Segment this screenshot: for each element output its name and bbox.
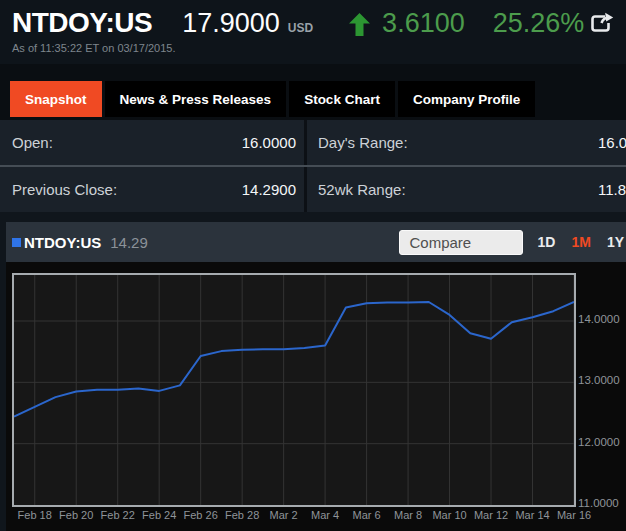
x-axis-label-mar-8: Mar 8	[394, 509, 422, 521]
x-axis-label-feb-20: Feb 20	[59, 509, 93, 521]
legend-symbol: NTDOY:US	[24, 234, 101, 251]
tab-bar: SnapshotNews & Press ReleasesStock Chart…	[10, 81, 535, 117]
quote-label-52wk-range: 52wk Range:	[318, 167, 406, 212]
quote-value-open: 16.0000	[150, 120, 296, 165]
x-axis-label-mar-14: Mar 14	[515, 509, 549, 521]
x-axis-label-feb-26: Feb 26	[184, 509, 218, 521]
price-chart-plot[interactable]	[12, 273, 576, 507]
as-of-timestamp: As of 11:35:22 ET on 03/17/2015.	[12, 42, 176, 54]
quote-row-open: Open:16.0000Day's Range:16.0	[0, 120, 626, 165]
quote-label-open: Open:	[12, 120, 53, 165]
compare-button[interactable]: Compare	[399, 230, 523, 255]
quote-value-day-s-range: 16.0	[598, 120, 626, 165]
chart-module: Feb 18Feb 20Feb 22Feb 24Feb 26Feb 28Mar …	[6, 262, 626, 531]
legend-swatch-icon	[12, 238, 21, 247]
x-axis-label-feb-28: Feb 28	[225, 509, 259, 521]
stock-quote-page: NTDOY:US 17.9000 USD 3.6100 25.26% As of…	[0, 0, 626, 531]
range-button-1y[interactable]: 1Y	[607, 234, 624, 250]
x-axis-label-mar-10: Mar 10	[432, 509, 466, 521]
x-axis-label-mar-2: Mar 2	[270, 509, 298, 521]
tab-company-profile[interactable]: Company Profile	[398, 81, 535, 117]
up-arrow-icon	[349, 13, 370, 40]
quote-header: NTDOY:US 17.9000 USD 3.6100 25.26% As of…	[0, 0, 626, 64]
x-axis-label-mar-6: Mar 6	[353, 509, 381, 521]
share-button[interactable]	[590, 12, 614, 34]
quote-value-previous-close: 14.2900	[150, 167, 296, 212]
quote-label-day-s-range: Day's Range:	[318, 120, 408, 165]
last-price: 17.9000	[182, 8, 280, 39]
tab-stock-chart[interactable]: Stock Chart	[289, 81, 395, 117]
x-axis-label-feb-22: Feb 22	[101, 509, 135, 521]
chart-toolbar: NTDOY:US 14.29 Compare 1D1M1Y	[6, 222, 626, 262]
tab-news-press-releases[interactable]: News & Press Releases	[105, 81, 287, 117]
quote-value-52wk-range: 11.8	[598, 167, 626, 212]
price-change-percent: 25.26%	[493, 8, 585, 39]
tab-snapshot[interactable]: Snapshot	[10, 81, 102, 117]
tab-strip: SnapshotNews & Press ReleasesStock Chart…	[0, 64, 626, 120]
price-chart-svg[interactable]	[14, 275, 574, 505]
y-axis-label-12-0000: 12.0000	[578, 436, 620, 448]
x-axis-label-feb-18: Feb 18	[18, 509, 52, 521]
currency-label: USD	[288, 21, 313, 35]
y-axis-label-13-0000: 13.0000	[578, 374, 620, 386]
price-line-series	[14, 302, 574, 417]
quote-label-previous-close: Previous Close:	[12, 167, 117, 212]
range-button-1d[interactable]: 1D	[538, 234, 556, 250]
y-axis-label-11-0000: 11.0000	[578, 497, 619, 509]
price-row: NTDOY:US 17.9000 USD 3.6100 25.26%	[0, 0, 626, 39]
quote-grid: Open:16.0000Day's Range:16.0Previous Clo…	[0, 120, 626, 212]
quote-row-previous-close: Previous Close:14.290052wk Range:11.8	[0, 165, 626, 212]
x-axis-label-mar-4: Mar 4	[311, 509, 339, 521]
legend-last-value: 14.29	[110, 234, 148, 251]
x-axis-label-mar-12: Mar 12	[474, 509, 508, 521]
column-divider	[304, 120, 307, 165]
column-divider	[304, 167, 307, 212]
price-change: 3.6100	[382, 8, 465, 39]
range-button-group: 1D1M1Y	[538, 234, 624, 250]
ticker-symbol: NTDOY:US	[12, 7, 152, 39]
x-axis-label-mar-16: Mar 16	[557, 509, 591, 521]
x-axis-label-feb-24: Feb 24	[142, 509, 176, 521]
range-button-1m[interactable]: 1M	[571, 234, 590, 250]
y-axis-label-14-0000: 14.0000	[578, 313, 620, 325]
chart-legend: NTDOY:US 14.29	[12, 234, 148, 251]
share-icon	[590, 12, 614, 34]
